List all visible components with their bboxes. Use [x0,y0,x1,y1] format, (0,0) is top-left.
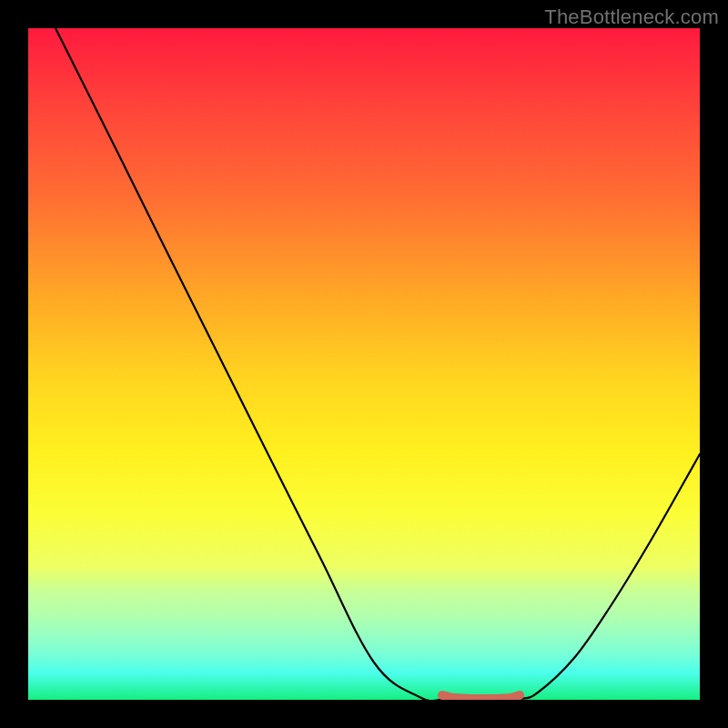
watermark-text: TheBottleneck.com [544,5,719,29]
curve-layer [28,28,700,700]
bottleneck-curve [56,28,700,700]
flat-bottom-accent [442,695,520,699]
chart-container: TheBottleneck.com [0,0,728,728]
